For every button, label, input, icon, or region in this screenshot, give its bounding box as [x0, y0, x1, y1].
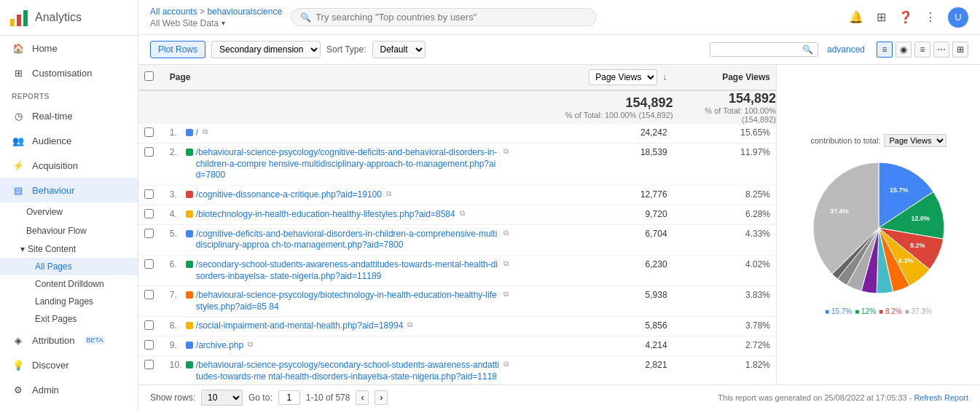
sidebar-item-customisation[interactable]: ⊞ Customisation — [0, 60, 138, 85]
table-row: 3. /cognitive-dissonance-a-critique.php?… — [138, 185, 776, 205]
page-color-dot — [186, 191, 193, 198]
realtime-icon: ◷ — [12, 109, 25, 122]
row-pct-cell: 6.28% — [673, 205, 776, 224]
more-icon[interactable]: ⋮ — [923, 10, 938, 25]
page-link[interactable]: /behavioural-science-psycology/cognitive… — [196, 147, 499, 181]
page-link[interactable]: /archive.php — [196, 340, 243, 352]
row-number: 5. — [170, 229, 183, 239]
sidebar-item-behaviour-flow[interactable]: Behaviour Flow — [0, 221, 138, 240]
row-pct-cell: 11.97% — [673, 143, 776, 186]
sidebar-item-all-pages[interactable]: All Pages — [0, 258, 138, 275]
page-link[interactable]: /social-impairment-and-mental-health.php… — [196, 320, 404, 332]
sidebar-item-realtime[interactable]: ◷ Real-time — [0, 103, 138, 128]
row-checkbox[interactable] — [144, 360, 154, 369]
show-rows-label: Show rows: — [150, 393, 195, 403]
sidebar-item-discover[interactable]: 💡 Discover — [0, 352, 138, 377]
svg-text:12.0%: 12.0% — [911, 215, 930, 222]
pageviews-dropdown[interactable]: Page Views — [589, 69, 657, 85]
comparison-view-button[interactable]: ⊞ — [952, 42, 968, 58]
scatter-view-button[interactable]: ⋯ — [933, 42, 949, 58]
user-avatar[interactable]: U — [948, 7, 968, 28]
sidebar-item-attribution[interactable]: ◈ Attribution BETA — [0, 328, 138, 352]
row-checkbox[interactable] — [144, 189, 154, 199]
search-input[interactable] — [315, 12, 587, 23]
row-page-cell: 10. /behavioural-science-psycology/secon… — [164, 356, 514, 385]
advanced-link[interactable]: advanced — [827, 44, 865, 55]
rows-select[interactable]: 10 25 50 100 500 1000 — [201, 390, 243, 406]
sidebar-item-behaviour[interactable]: ▤ Behaviour — [0, 178, 138, 202]
sidebar-item-content-drilldown[interactable]: Content Drilldown — [0, 275, 138, 293]
refresh-report-link[interactable]: Refresh Report — [914, 393, 968, 402]
row-checkbox[interactable] — [144, 147, 154, 157]
page-color-dot — [186, 322, 193, 329]
page-link[interactable]: /behavioural-science-psycology/secondary… — [196, 360, 499, 385]
row-checkbox[interactable] — [144, 340, 154, 350]
row-checkbox[interactable] — [144, 290, 154, 299]
row-pv-cell: 9,720 — [514, 205, 673, 224]
page-link[interactable]: /cognitive-deficits-and-behavioral-disor… — [196, 229, 499, 251]
external-link-icon: ⧉ — [503, 259, 509, 268]
table-search[interactable]: 🔍 — [710, 42, 818, 57]
select-all-checkbox[interactable] — [144, 71, 154, 81]
page-link[interactable]: /secondary-school-students-awareness-and… — [196, 259, 499, 282]
row-checkbox[interactable] — [144, 320, 154, 330]
goto-input[interactable] — [278, 390, 300, 405]
row-checkbox[interactable] — [144, 127, 154, 137]
notifications-icon[interactable]: 🔔 — [849, 10, 863, 25]
table-footer: Show rows: 10 25 50 100 500 1000 Go to: … — [138, 385, 980, 410]
page-col-header: Page — [164, 65, 514, 90]
table-row: 10. /behavioural-science-psycology/secon… — [138, 356, 776, 385]
page-link[interactable]: /behavioural-science-psycology/biotechno… — [196, 290, 499, 312]
sidebar-item-admin[interactable]: ⚙ Admin — [0, 377, 138, 402]
table-row: 8. /social-impairment-and-mental-health.… — [138, 317, 776, 336]
site-dropdown-arrow[interactable]: ▾ — [222, 19, 225, 27]
svg-rect-0 — [10, 19, 15, 26]
breadcrumb-site[interactable]: behaviouralscience — [207, 7, 282, 17]
sidebar-item-acquisition[interactable]: ⚡ Acquisition — [0, 153, 138, 178]
row-page-cell: 7. /behavioural-science-psycology/biotec… — [164, 286, 514, 317]
breadcrumb-all-accounts[interactable]: All accounts — [150, 7, 197, 17]
svg-text:8.2%: 8.2% — [909, 242, 925, 249]
sidebar-item-audience[interactable]: 👥 Audience — [0, 128, 138, 153]
sidebar-item-landing-pages[interactable]: Landing Pages — [0, 293, 138, 310]
acquisition-icon: ⚡ — [12, 159, 25, 172]
prev-page-button[interactable]: ‹ — [356, 390, 369, 405]
table-right-chart: contribution to total: Page Views 15.7%1… — [776, 65, 980, 385]
bar-view-button[interactable]: ≡ — [914, 42, 930, 58]
analytics-logo-icon — [9, 7, 29, 28]
pie-chart-title: contribution to total: Page Views — [810, 134, 946, 147]
plot-rows-button[interactable]: Plot Rows — [150, 41, 205, 58]
page-link[interactable]: /cognitive-dissonance-a-critique.php?aid… — [196, 189, 382, 201]
secondary-dimension-dropdown[interactable]: Secondary dimension — [211, 41, 321, 58]
external-link-icon: ⧉ — [503, 147, 509, 156]
page-link[interactable]: / — [196, 127, 198, 139]
row-checkbox[interactable] — [144, 229, 154, 238]
pie-metric-dropdown[interactable]: Page Views — [884, 134, 946, 147]
sidebar-item-exit-pages[interactable]: Exit Pages — [0, 310, 138, 328]
sidebar-item-home[interactable]: 🏠 Home — [0, 36, 138, 60]
help-icon[interactable]: ❓ — [898, 10, 913, 25]
exit-pages-label: Exit Pages — [35, 314, 77, 324]
row-checkbox-cell — [138, 124, 164, 143]
sort-type-dropdown[interactable]: Default — [372, 41, 426, 58]
behaviour-icon: ▤ — [12, 184, 25, 197]
page-link[interactable]: /biotechnology-in-health-education-healt… — [196, 209, 455, 221]
row-checkbox[interactable] — [144, 209, 154, 218]
apps-icon[interactable]: ⊞ — [874, 10, 888, 25]
sidebar-item-overview[interactable]: Overview — [0, 202, 138, 221]
table-view-button[interactable]: ≡ — [877, 42, 893, 58]
home-label: Home — [32, 43, 58, 54]
external-link-icon: ⧉ — [248, 340, 253, 349]
table-toolbar: Plot Rows Secondary dimension Sort Type:… — [138, 35, 980, 65]
external-link-icon: ⧉ — [386, 189, 391, 198]
next-page-button[interactable]: › — [375, 390, 388, 405]
table-search-input[interactable] — [715, 44, 802, 55]
row-page-cell: 3. /cognitive-dissonance-a-critique.php?… — [164, 185, 514, 205]
svg-rect-1 — [17, 15, 21, 26]
pie-view-button[interactable]: ◉ — [895, 42, 912, 58]
sidebar-item-site-content[interactable]: ▾ Site Content — [0, 240, 138, 258]
row-pct-cell: 3.83% — [673, 286, 776, 317]
row-checkbox[interactable] — [144, 259, 154, 269]
global-search[interactable]: 🔍 — [291, 8, 597, 26]
attribution-icon: ◈ — [12, 334, 25, 347]
